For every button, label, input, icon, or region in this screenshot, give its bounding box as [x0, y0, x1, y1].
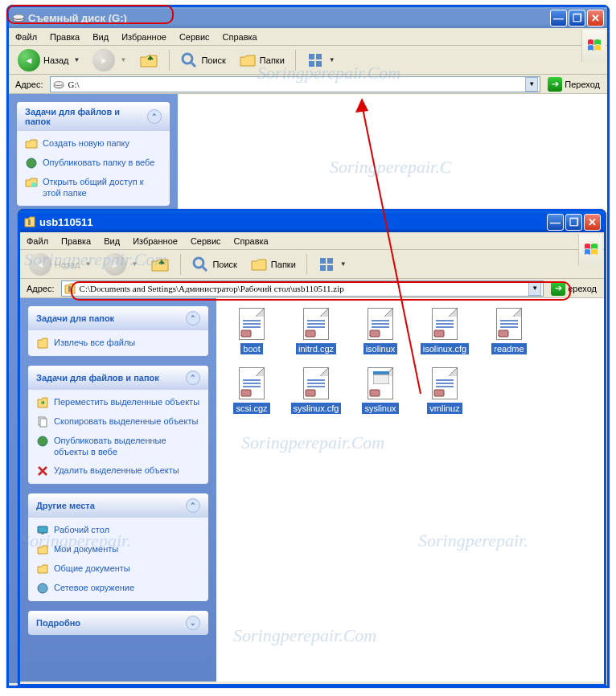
drive-icon	[52, 78, 65, 91]
file-item[interactable]: boot	[226, 308, 277, 354]
panel-header[interactable]: Подробно⌄	[28, 611, 208, 635]
panel-header[interactable]: Другие места⌃	[28, 493, 208, 518]
window-title: usb110511	[39, 216, 93, 228]
go-icon: ➔	[548, 77, 562, 92]
task-move[interactable]: Переместить выделенные объекты	[36, 396, 200, 409]
address-label: Адрес:	[23, 284, 58, 293]
folders-button[interactable]: Папки	[244, 252, 302, 276]
go-button[interactable]: ➔ереход	[547, 280, 601, 297]
panel-header[interactable]: Задачи для файлов и папок⌃	[28, 366, 208, 390]
views-icon	[306, 51, 324, 69]
maximize-button[interactable]: ❐	[565, 214, 582, 231]
file-item[interactable]: vmlinuz	[419, 367, 470, 414]
svg-rect-29	[306, 330, 315, 337]
svg-rect-17	[320, 258, 326, 264]
task-extract-all[interactable]: Извлечь все файлы	[36, 337, 200, 350]
go-button[interactable]: ➔ Переход	[544, 76, 604, 92]
address-bar: Адрес: ▼ ➔ Переход	[9, 75, 607, 94]
svg-rect-36	[373, 375, 389, 384]
address-input[interactable]	[52, 80, 526, 89]
folder-plus-icon	[25, 137, 38, 150]
maximize-button[interactable]: ❐	[569, 10, 585, 27]
svg-rect-33	[241, 390, 251, 396]
file-item[interactable]: syslinux	[355, 367, 406, 414]
back-button[interactable]: ◄ Назад ▼	[12, 46, 85, 75]
network-icon	[36, 582, 49, 595]
menu-file[interactable]: Файл	[9, 30, 43, 44]
views-button[interactable]: ▼	[312, 252, 352, 276]
menu-view[interactable]: Вид	[97, 234, 126, 248]
menu-help[interactable]: Справка	[216, 30, 264, 44]
close-button[interactable]: ✕	[587, 10, 604, 27]
task-copy[interactable]: Скопировать выделенные объекты	[36, 416, 200, 428]
details-panel: Подробно⌄	[28, 611, 208, 635]
share-icon	[25, 176, 38, 189]
navigation-toolbar: ◄ Назад ▼ ► ▼ Поиск Папки ▼	[9, 46, 607, 75]
address-input-wrapper[interactable]: ▼	[50, 76, 541, 92]
titlebar-g-drive[interactable]: Съемный диск (G:) — ❐ ✕	[9, 7, 607, 28]
go-icon: ➔	[551, 281, 565, 296]
task-sidebar: Задачи для папок⌃ Извлечь все файлы Зада…	[20, 298, 216, 682]
menu-file[interactable]: Файл	[20, 234, 55, 248]
views-button[interactable]: ▼	[301, 48, 341, 72]
place-desktop[interactable]: Рабочий стол	[36, 524, 200, 537]
address-input-wrapper[interactable]: ▼	[61, 280, 544, 297]
panel-header[interactable]: Задачи для папок⌃	[28, 306, 208, 330]
file-name: isolinux.cfg	[421, 343, 469, 354]
svg-point-2	[13, 14, 24, 19]
chevron-down-icon: ▼	[74, 56, 80, 63]
svg-rect-35	[373, 371, 389, 375]
svg-rect-23	[40, 419, 47, 427]
place-shared-documents[interactable]: Общие документы	[36, 563, 200, 575]
zip-icon	[23, 215, 36, 228]
task-delete[interactable]: Удалить выделенные объекты	[36, 465, 200, 477]
file-item[interactable]: syslinux.cfg	[290, 367, 342, 414]
collapse-icon: ⌃	[186, 498, 200, 513]
file-item[interactable]: scsi.cgz	[226, 367, 277, 414]
menu-bar: Файл Правка Вид Избранное Сервис Справка	[9, 28, 607, 46]
file-item[interactable]: initrd.cgz	[290, 308, 342, 354]
place-my-documents[interactable]: Мои документы	[36, 543, 200, 556]
address-input[interactable]	[64, 284, 529, 293]
menu-tools[interactable]: Сервис	[173, 30, 216, 44]
forward-button: ► ▼	[87, 46, 132, 75]
menu-view[interactable]: Вид	[86, 30, 115, 44]
file-item[interactable]: isolinux	[355, 308, 406, 354]
task-new-folder[interactable]: Создать новую папку	[25, 137, 162, 150]
file-item[interactable]: isolinux.cfg	[419, 308, 470, 354]
task-share-folder[interactable]: Открыть общий доступ к этой папке	[25, 176, 162, 199]
panel-header[interactable]: Задачи для файлов и папок⌃	[17, 102, 170, 131]
globe-icon	[36, 435, 49, 448]
back-icon: ◄	[29, 253, 51, 276]
titlebar-usb[interactable]: usb110511 — ❐ ✕	[20, 211, 604, 232]
collapse-icon: ⌃	[186, 371, 200, 385]
svg-point-15	[194, 258, 203, 268]
up-button[interactable]	[145, 252, 175, 277]
file-icon	[364, 367, 396, 399]
address-dropdown[interactable]: ▼	[528, 281, 541, 296]
address-dropdown[interactable]: ▼	[525, 77, 538, 92]
menu-edit[interactable]: Правка	[55, 234, 97, 248]
extract-icon	[36, 337, 49, 350]
search-button[interactable]: Поиск	[186, 252, 242, 276]
task-publish[interactable]: Опубликовать выделенные объекты в вебе	[36, 435, 200, 458]
task-publish-folder[interactable]: Опубликовать папку в вебе	[25, 157, 162, 170]
menu-favorites[interactable]: Избранное	[126, 234, 184, 248]
place-network[interactable]: Сетевое окружение	[36, 582, 200, 595]
search-icon	[180, 51, 198, 69]
menu-help[interactable]: Справка	[228, 234, 275, 248]
search-button[interactable]: Поиск	[175, 48, 231, 72]
file-list[interactable]: bootinitrd.cgzisolinuxisolinux.cfgreadme…	[216, 298, 604, 682]
close-button[interactable]: ✕	[584, 214, 601, 231]
menu-tools[interactable]: Сервис	[184, 234, 228, 248]
folders-button[interactable]: Папки	[233, 48, 290, 72]
file-item[interactable]: readme	[483, 308, 535, 354]
up-button[interactable]	[133, 47, 164, 73]
file-icon	[236, 308, 268, 340]
minimize-button[interactable]: —	[547, 214, 564, 231]
menu-favorites[interactable]: Избранное	[115, 30, 173, 44]
menu-edit[interactable]: Правка	[43, 30, 86, 44]
minimize-button[interactable]: —	[550, 10, 567, 27]
drive-icon	[12, 11, 25, 24]
back-button: ◄ Назад ▼	[23, 250, 97, 279]
